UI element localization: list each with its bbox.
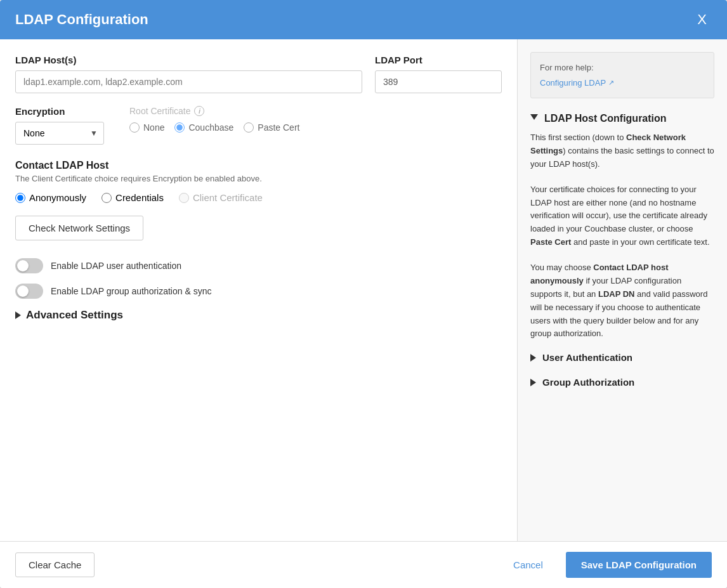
user-auth-section: User Authentication bbox=[530, 351, 714, 365]
root-cert-couchbase-radio[interactable] bbox=[174, 122, 185, 133]
external-link-icon: ↗ bbox=[608, 77, 614, 88]
toggle-user-auth-label: Enable LDAP user authentication bbox=[51, 261, 181, 271]
encryption-select[interactable]: None StartTLS SSL bbox=[15, 122, 104, 145]
save-ldap-config-button[interactable]: Save LDAP Configuration bbox=[566, 552, 712, 578]
group-auth-title: Group Authorization bbox=[542, 376, 634, 390]
main-panel: LDAP Host(s) LDAP Port Encryption None S… bbox=[0, 39, 518, 541]
ldap-host-config-header[interactable]: LDAP Host Configuration bbox=[530, 111, 714, 126]
advanced-settings-triangle-icon[interactable] bbox=[15, 311, 21, 319]
toggle-group-auth-label: Enable LDAP group authorization & sync bbox=[51, 286, 211, 296]
help-box-title: For more help: bbox=[540, 62, 705, 74]
toggle-group-auth-track bbox=[15, 284, 43, 299]
contact-anonymous-option[interactable]: Anonymously bbox=[15, 192, 86, 203]
advanced-settings-row[interactable]: Advanced Settings bbox=[15, 309, 502, 322]
toggle-group-auth-row: Enable LDAP group authorization & sync bbox=[15, 284, 502, 299]
group-auth-header[interactable]: Group Authorization bbox=[530, 376, 714, 390]
ldap-host-config-section: LDAP Host Configuration This first secti… bbox=[530, 111, 714, 341]
encryption-select-wrap: None StartTLS SSL ▼ bbox=[15, 122, 104, 145]
ldap-hosts-label: LDAP Host(s) bbox=[15, 55, 362, 65]
root-cert-couchbase-label: Couchbase bbox=[188, 122, 233, 133]
ldap-host-config-para2: Your certificate choices for connecting … bbox=[530, 183, 714, 249]
contact-anonymous-bold: Contact LDAP host anonymously bbox=[530, 263, 668, 285]
check-network-settings-button[interactable]: Check Network Settings bbox=[15, 216, 143, 240]
check-network-bold: Check Network Settings bbox=[530, 133, 686, 155]
clear-cache-button[interactable]: Clear Cache bbox=[15, 552, 95, 577]
encryption-group: Encryption None StartTLS SSL ▼ bbox=[15, 106, 104, 145]
ldap-hosts-group: LDAP Host(s) bbox=[15, 55, 362, 93]
close-button[interactable]: X bbox=[692, 10, 712, 29]
root-certificate-group: Root Certificate i None Couchbase bbox=[129, 106, 299, 133]
side-panel: For more help: Configuring LDAP ↗ LDAP H… bbox=[518, 39, 727, 541]
contact-anonymous-label: Anonymously bbox=[29, 192, 86, 203]
contact-radio-group: Anonymously Credentials Client Certifica… bbox=[15, 192, 502, 203]
root-cert-radio-group: None Couchbase Paste Cert bbox=[129, 122, 299, 133]
toggle-user-auth-row: Enable LDAP user authentication bbox=[15, 258, 502, 273]
cancel-button[interactable]: Cancel bbox=[503, 554, 553, 575]
toggle-user-auth-thumb bbox=[17, 260, 29, 271]
root-cert-paste-label: Paste Cert bbox=[258, 122, 299, 133]
toggle-user-auth-track bbox=[15, 258, 43, 273]
root-cert-couchbase-option[interactable]: Couchbase bbox=[174, 122, 233, 133]
contact-client-cert-option: Client Certificate bbox=[179, 192, 263, 203]
contact-ldap-host-title: Contact LDAP Host bbox=[15, 160, 502, 171]
toggle-group-auth-thumb bbox=[17, 285, 29, 297]
help-box: For more help: Configuring LDAP ↗ bbox=[530, 52, 714, 98]
ldap-host-config-title: LDAP Host Configuration bbox=[544, 111, 667, 126]
group-auth-triangle-icon bbox=[530, 379, 536, 386]
ldap-hosts-input[interactable] bbox=[15, 70, 362, 93]
ldap-port-input[interactable] bbox=[375, 70, 502, 93]
info-icon: i bbox=[194, 106, 204, 116]
ldap-port-group: LDAP Port bbox=[375, 55, 502, 93]
ldap-host-config-para1: This first section (down to Check Networ… bbox=[530, 131, 714, 171]
toggle-user-auth-switch[interactable] bbox=[15, 258, 43, 273]
encryption-label: Encryption bbox=[15, 106, 104, 117]
user-auth-title: User Authentication bbox=[542, 351, 632, 365]
root-cert-label: Root Certificate i bbox=[129, 106, 299, 116]
ldap-port-label: LDAP Port bbox=[375, 55, 502, 65]
user-auth-header[interactable]: User Authentication bbox=[530, 351, 714, 365]
dialog-header: LDAP Configuration X bbox=[0, 0, 727, 39]
root-cert-none-radio[interactable] bbox=[129, 122, 140, 133]
hosts-port-row: LDAP Host(s) LDAP Port bbox=[15, 55, 502, 93]
ldap-host-config-triangle-icon bbox=[530, 114, 538, 123]
dialog-title: LDAP Configuration bbox=[15, 11, 148, 28]
root-cert-none-label: None bbox=[143, 122, 164, 133]
root-cert-none-option[interactable]: None bbox=[129, 122, 164, 133]
contact-client-cert-label: Client Certificate bbox=[193, 192, 263, 203]
root-cert-text: Root Certificate bbox=[129, 106, 190, 116]
enc-cert-row: Encryption None StartTLS SSL ▼ Root Cert… bbox=[15, 106, 502, 145]
contact-client-cert-radio bbox=[179, 193, 189, 203]
dialog-body: LDAP Host(s) LDAP Port Encryption None S… bbox=[0, 39, 727, 541]
help-link[interactable]: Configuring LDAP ↗ bbox=[540, 77, 705, 89]
help-link-text: Configuring LDAP bbox=[540, 77, 606, 89]
root-cert-paste-option[interactable]: Paste Cert bbox=[244, 122, 299, 133]
ldap-dn-bold: LDAP DN bbox=[598, 289, 635, 299]
ldap-host-config-para3: You may choose Contact LDAP host anonymo… bbox=[530, 261, 714, 341]
group-auth-section: Group Authorization bbox=[530, 376, 714, 390]
contact-credentials-label: Credentials bbox=[115, 192, 164, 203]
advanced-settings-label[interactable]: Advanced Settings bbox=[26, 309, 123, 322]
contact-ldap-subtitle: The Client Certificate choice requires E… bbox=[15, 174, 502, 183]
contact-credentials-radio[interactable] bbox=[102, 193, 112, 203]
paste-cert-bold: Paste Cert bbox=[530, 237, 571, 247]
footer-right: Cancel Save LDAP Configuration bbox=[503, 552, 712, 578]
ldap-config-dialog: LDAP Configuration X LDAP Host(s) LDAP P… bbox=[0, 0, 727, 588]
contact-credentials-option[interactable]: Credentials bbox=[102, 192, 164, 203]
root-cert-paste-radio[interactable] bbox=[244, 122, 254, 133]
toggle-group-auth-switch[interactable] bbox=[15, 284, 43, 299]
contact-anonymous-radio[interactable] bbox=[15, 193, 25, 203]
user-auth-triangle-icon bbox=[530, 354, 536, 362]
dialog-footer: Clear Cache Cancel Save LDAP Configurati… bbox=[0, 541, 727, 588]
